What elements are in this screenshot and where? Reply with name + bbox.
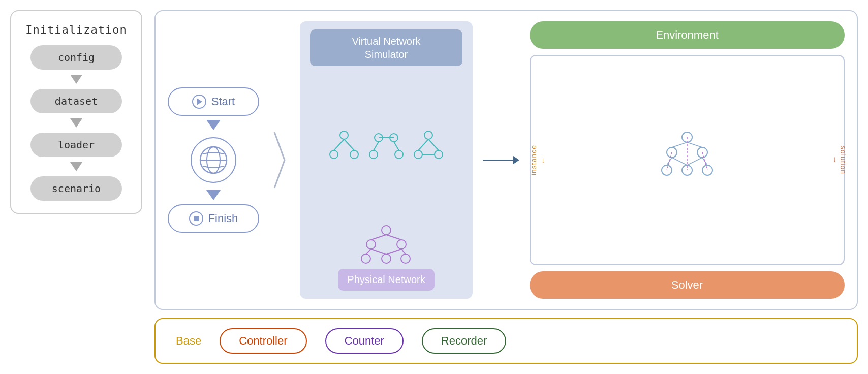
main-container: Initialization config dataset loader sce… xyxy=(10,10,858,364)
svg-point-22 xyxy=(366,240,376,249)
vns-label: Virtual Network Simulator xyxy=(310,29,462,66)
env-solver-panel: Environment instance ↓ xyxy=(530,21,845,299)
svg-line-13 xyxy=(394,142,399,150)
solution-label: solution ↑ xyxy=(830,146,847,174)
play-triangle xyxy=(197,98,202,105)
svg-line-41 xyxy=(667,158,672,165)
dataset-pill: dataset xyxy=(30,89,122,113)
svg-point-10 xyxy=(369,150,378,159)
arrow-1 xyxy=(70,75,82,84)
svg-line-32 xyxy=(401,249,406,254)
svg-point-15 xyxy=(424,131,432,139)
svg-line-7 xyxy=(344,139,354,150)
svg-line-29 xyxy=(366,249,371,254)
h-arrow xyxy=(483,21,519,299)
controller-tag[interactable]: Controller xyxy=(220,328,306,354)
svg-point-4 xyxy=(330,150,338,159)
down-arrow-1 xyxy=(206,120,221,130)
svg-point-17 xyxy=(435,150,443,159)
arrow-3 xyxy=(70,162,82,171)
pn-label: Physical Network xyxy=(338,269,434,291)
svg-line-39 xyxy=(672,142,687,147)
stop-icon xyxy=(189,211,203,226)
arrow-2 xyxy=(70,118,82,128)
svg-point-23 xyxy=(397,240,406,249)
svg-line-42 xyxy=(672,158,687,165)
flow-column: Start xyxy=(168,21,259,299)
svg-line-40 xyxy=(687,142,702,147)
stop-square xyxy=(194,216,199,221)
svg-point-16 xyxy=(414,150,422,159)
start-label: Start xyxy=(211,95,235,108)
scenario-pill: scenario xyxy=(30,176,122,201)
svg-line-30 xyxy=(371,249,386,254)
svg-line-12 xyxy=(374,142,379,150)
recorder-tag[interactable]: Recorder xyxy=(422,328,506,354)
solver-button[interactable]: Solver xyxy=(530,271,845,299)
solution-box: instance ↓ xyxy=(530,55,845,265)
svg-point-3 xyxy=(340,131,348,139)
flow-arrow-1 xyxy=(206,120,221,130)
environment-button[interactable]: Environment xyxy=(530,21,845,49)
svg-point-25 xyxy=(382,254,391,263)
svg-line-44 xyxy=(702,158,707,165)
loader-pill: loader xyxy=(30,133,122,157)
svg-point-21 xyxy=(382,226,391,235)
counter-tag[interactable]: Counter xyxy=(325,328,404,354)
config-pill: config xyxy=(30,45,122,70)
globe-icon xyxy=(191,137,236,183)
svg-point-11 xyxy=(395,150,403,159)
start-button[interactable]: Start xyxy=(168,87,259,116)
top-box: Start xyxy=(154,10,858,310)
svg-point-26 xyxy=(401,254,410,263)
vns-text: Virtual Network Simulator xyxy=(352,36,420,60)
flow-arrow-2 xyxy=(206,190,221,200)
svg-line-43 xyxy=(687,158,702,165)
svg-point-24 xyxy=(361,254,370,263)
down-arrow-2 xyxy=(206,190,221,200)
svg-line-27 xyxy=(371,235,386,240)
h-arrow-head xyxy=(513,156,519,164)
instance-label: instance ↓ xyxy=(530,145,548,175)
svg-line-19 xyxy=(428,139,439,150)
svg-point-5 xyxy=(350,150,358,159)
svg-line-28 xyxy=(386,235,401,240)
play-icon xyxy=(192,95,206,109)
right-container: Start xyxy=(154,10,858,364)
base-label: Base xyxy=(176,334,201,348)
h-arrow-line xyxy=(483,160,513,161)
svg-line-18 xyxy=(418,139,428,150)
svg-line-6 xyxy=(334,139,344,150)
virtual-graphs xyxy=(310,130,462,161)
network-panel: Virtual Network Simulator xyxy=(300,21,473,299)
chevron-icon xyxy=(269,21,290,299)
svg-line-31 xyxy=(386,249,401,254)
finish-label: Finish xyxy=(208,212,238,225)
left-panel: Initialization config dataset loader sce… xyxy=(10,10,142,214)
finish-button[interactable]: Finish xyxy=(168,204,259,233)
bottom-box: Base Controller Counter Recorder xyxy=(154,318,858,364)
init-title: Initialization xyxy=(25,23,127,36)
